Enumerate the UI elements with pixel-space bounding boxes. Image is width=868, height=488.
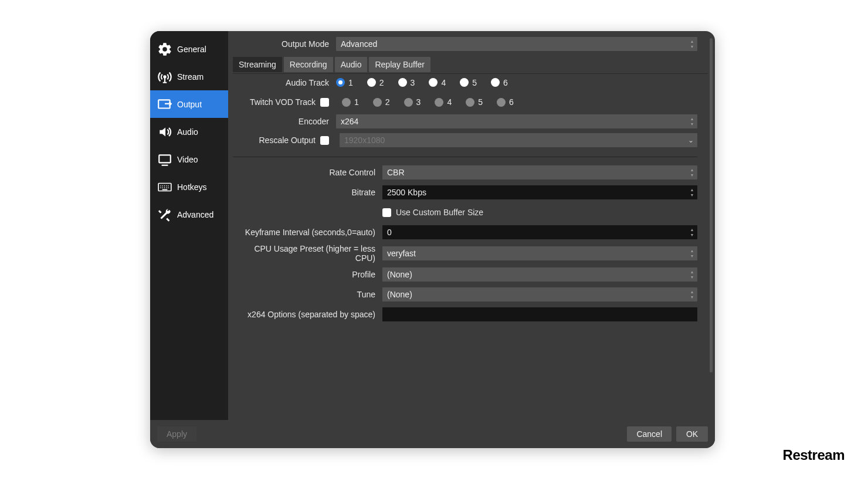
stepper-icon: ▲▼: [689, 167, 695, 178]
keyframe-value: 0: [387, 228, 392, 237]
twitch-vod-4[interactable]: 4: [435, 97, 452, 107]
twitch-vod-3[interactable]: 3: [404, 97, 421, 107]
audio-track-2[interactable]: 2: [367, 78, 384, 87]
sidebar-item-label: Audio: [177, 127, 198, 137]
audio-track-label: Audio Track: [233, 78, 336, 87]
tune-value: (None): [387, 290, 412, 299]
rescale-label-wrap: Rescale Output: [233, 135, 336, 145]
tab-audio[interactable]: Audio: [335, 57, 368, 72]
radio-icon: [491, 78, 500, 87]
speaker-icon: [156, 123, 174, 141]
audio-track-1[interactable]: 1: [336, 78, 353, 87]
rate-control-select[interactable]: CBR ▲▼: [382, 165, 697, 179]
main-area: General Stream Output Audio: [150, 31, 715, 420]
radio-icon: [367, 78, 376, 87]
twitch-vod-label-wrap: Twitch VOD Track: [233, 97, 336, 107]
audio-track-5[interactable]: 5: [460, 78, 477, 87]
custom-buffer-label: Use Custom Buffer Size: [396, 208, 483, 217]
scrollbar[interactable]: [710, 38, 713, 372]
tab-streaming[interactable]: Streaming: [233, 57, 282, 72]
twitch-vod-2[interactable]: 2: [373, 97, 390, 107]
keyframe-input[interactable]: 0 ▲▼: [382, 225, 697, 239]
audio-track-4[interactable]: 4: [429, 78, 446, 87]
profile-select[interactable]: (None) ▲▼: [382, 267, 697, 282]
radio-icon: [466, 98, 474, 107]
ok-button[interactable]: OK: [676, 426, 708, 442]
rescale-value: 1920x1080: [344, 135, 385, 145]
keyframe-row: Keyframe Interval (seconds,0=auto) 0 ▲▼: [233, 224, 697, 240]
radio-icon: [435, 98, 443, 107]
custom-buffer-checkbox[interactable]: [382, 208, 391, 217]
tune-row: Tune (None) ▲▼: [233, 286, 697, 303]
radio-icon: [497, 98, 506, 107]
keyboard-icon: [156, 178, 174, 196]
sidebar-item-label: Output: [177, 100, 202, 109]
profile-value: (None): [387, 270, 412, 279]
output-mode-row: Output Mode Advanced ▲▼: [233, 36, 708, 52]
tab-recording[interactable]: Recording: [284, 57, 333, 72]
twitch-vod-label: Twitch VOD Track: [250, 97, 316, 107]
sidebar-item-general[interactable]: General: [150, 35, 228, 63]
stepper-icon: ▲▼: [689, 289, 695, 300]
sidebar: General Stream Output Audio: [150, 31, 228, 420]
cancel-button[interactable]: Cancel: [627, 426, 672, 442]
bitrate-input[interactable]: 2500 Kbps ▲▼: [382, 185, 697, 199]
twitch-vod-row: Twitch VOD Track 1 2 3 4 5 6: [233, 93, 708, 111]
sidebar-item-label: General: [177, 45, 206, 54]
rate-control-label: Rate Control: [233, 168, 382, 177]
apply-button[interactable]: Apply: [157, 426, 196, 442]
encoder-value: x264: [341, 117, 358, 126]
x264-opts-label: x264 Options (separated by space): [233, 310, 382, 319]
sidebar-item-audio[interactable]: Audio: [150, 118, 228, 145]
rescale-checkbox[interactable]: [320, 136, 329, 145]
stepper-icon: ▲▼: [689, 116, 695, 127]
sidebar-item-advanced[interactable]: Advanced: [150, 201, 228, 228]
twitch-vod-1[interactable]: 1: [342, 97, 359, 107]
output-mode-label: Output Mode: [233, 39, 336, 49]
twitch-vod-6[interactable]: 6: [497, 97, 514, 107]
stepper-icon: ▲▼: [689, 187, 695, 198]
monitor-icon: [156, 151, 174, 168]
rescale-select[interactable]: 1920x1080 ⌄: [340, 133, 697, 147]
sidebar-item-video[interactable]: Video: [150, 145, 228, 173]
encoder-label: Encoder: [233, 117, 336, 126]
radio-icon: [398, 78, 407, 87]
dialog-footer: Apply Cancel OK: [150, 420, 715, 448]
x264-opts-input[interactable]: [382, 307, 697, 321]
cpu-preset-label: CPU Usage Preset (higher = less CPU): [233, 244, 382, 263]
radio-icon: [342, 98, 351, 107]
chevron-down-icon: ⌄: [688, 136, 694, 144]
tools-icon: [156, 206, 174, 223]
stepper-icon: ▲▼: [689, 269, 695, 280]
twitch-vod-checkbox[interactable]: [320, 98, 329, 107]
encoder-row: Encoder x264 ▲▼: [233, 113, 708, 130]
bitrate-label: Bitrate: [233, 188, 382, 197]
sidebar-item-label: Hotkeys: [177, 182, 207, 192]
antenna-icon: [156, 68, 174, 86]
stepper-icon: ▲▼: [689, 248, 695, 259]
sidebar-item-label: Advanced: [177, 210, 213, 219]
sidebar-item-stream[interactable]: Stream: [150, 63, 228, 90]
x264-opts-row: x264 Options (separated by space): [233, 306, 697, 323]
cpu-preset-row: CPU Usage Preset (higher = less CPU) ver…: [233, 244, 697, 263]
svg-rect-2: [159, 155, 171, 162]
radio-icon: [336, 78, 345, 87]
radio-icon: [429, 78, 438, 87]
stepper-icon: ▲▼: [689, 39, 695, 49]
tune-select[interactable]: (None) ▲▼: [382, 287, 697, 301]
settings-window: General Stream Output Audio: [150, 31, 715, 448]
cpu-preset-select[interactable]: veryfast ▲▼: [382, 246, 697, 260]
tab-replay-buffer[interactable]: Replay Buffer: [369, 57, 430, 72]
bitrate-row: Bitrate 2500 Kbps ▲▼: [233, 184, 697, 201]
twitch-vod-5[interactable]: 5: [466, 97, 483, 107]
audio-track-3[interactable]: 3: [398, 78, 415, 87]
output-icon: [156, 96, 174, 113]
encoder-select[interactable]: x264 ▲▼: [336, 114, 697, 128]
sidebar-item-output[interactable]: Output: [150, 90, 228, 118]
sidebar-item-hotkeys[interactable]: Hotkeys: [150, 173, 228, 201]
output-mode-select[interactable]: Advanced ▲▼: [336, 37, 697, 51]
audio-track-6[interactable]: 6: [491, 78, 508, 87]
sidebar-item-label: Stream: [177, 72, 204, 82]
radio-icon: [373, 98, 382, 107]
rescale-row: Rescale Output 1920x1080 ⌄: [233, 132, 708, 148]
